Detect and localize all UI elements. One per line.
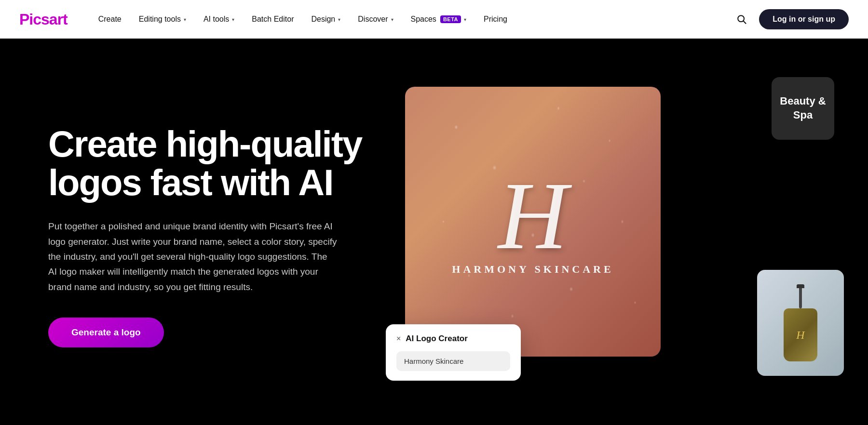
nav-item-design[interactable]: Design ▾: [303, 11, 348, 27]
chevron-down-icon: ▾: [464, 17, 466, 22]
svg-point-0: [738, 15, 744, 22]
nav-item-batch-editor[interactable]: Batch Editor: [244, 11, 301, 27]
svg-line-1: [744, 21, 746, 24]
logo-link[interactable]: Picsart: [19, 11, 68, 28]
hero-content: Create high-quality logos fast with AI P…: [48, 125, 376, 347]
generate-logo-button[interactable]: Generate a logo: [48, 318, 164, 347]
navbar: Picsart Create Editing tools ▾ AI tools …: [0, 0, 868, 39]
nav-links: Create Editing tools ▾ AI tools ▾ Batch …: [91, 11, 732, 27]
spaces-beta-badge: BETA: [440, 15, 461, 23]
nav-right: Log in or sign up: [732, 9, 849, 29]
search-icon: [736, 14, 747, 25]
nav-item-create[interactable]: Create: [91, 11, 129, 27]
chevron-down-icon: ▾: [391, 17, 393, 22]
chevron-down-icon: ▾: [338, 17, 340, 22]
chevron-down-icon: ▾: [184, 17, 186, 22]
logo-text: Picsart: [19, 11, 68, 28]
search-button[interactable]: [732, 10, 751, 29]
bottle-label: H: [796, 329, 804, 342]
ai-logo-creator-popup: × AI Logo Creator: [386, 324, 521, 381]
nav-item-ai-tools[interactable]: AI tools ▾: [196, 11, 242, 27]
nav-item-discover[interactable]: Discover ▾: [350, 11, 401, 27]
login-button[interactable]: Log in or sign up: [759, 9, 849, 29]
logo-card: H Harmony Skincare: [405, 87, 661, 357]
close-icon[interactable]: ×: [396, 334, 401, 343]
bottle-pump: [799, 284, 802, 308]
brand-name-on-card: Harmony Skincare: [452, 263, 613, 276]
hero-description: Put together a polished and unique brand…: [48, 219, 338, 294]
nav-item-pricing[interactable]: Pricing: [476, 11, 515, 27]
bottle-shape: H: [784, 284, 817, 361]
chevron-down-icon: ▾: [232, 17, 234, 22]
ai-popup-header: × AI Logo Creator: [396, 334, 510, 344]
nav-item-editing-tools[interactable]: Editing tools ▾: [131, 11, 194, 27]
bottle-card: H: [757, 270, 844, 376]
ai-logo-creator-input[interactable]: [396, 351, 510, 371]
bottle-body: H: [784, 308, 817, 361]
beauty-spa-pill: Beauty & Spa: [772, 77, 834, 140]
ai-popup-title: AI Logo Creator: [406, 334, 467, 344]
script-letter: H: [498, 168, 568, 264]
hero-section: Create high-quality logos fast with AI P…: [0, 39, 868, 425]
hero-visual: Beauty & Spa H Harmony Skincare H × AI L…: [376, 67, 829, 405]
nav-item-spaces[interactable]: Spaces BETA ▾: [403, 11, 475, 27]
hero-title: Create high-quality logos fast with AI: [48, 125, 376, 202]
